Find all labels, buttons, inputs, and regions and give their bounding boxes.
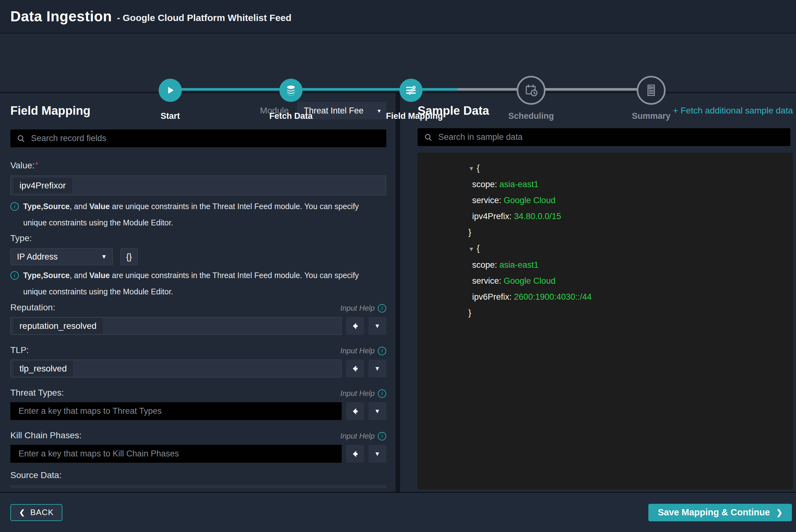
summary-document-icon bbox=[637, 76, 666, 105]
wizard-stepper: Start Fetch Data Field Ma bbox=[0, 34, 796, 93]
database-icon bbox=[279, 79, 303, 102]
type-field-label: Type: bbox=[10, 233, 386, 243]
json-property: service: Google Cloud bbox=[468, 192, 786, 208]
threat-types-placeholder: Enter a key that maps to Threat Types bbox=[19, 406, 162, 416]
tlp-dropdown-button[interactable]: ▼ bbox=[368, 360, 386, 377]
wizard-footer: ❮ BACK Save Mapping & Continue ❯ bbox=[0, 492, 796, 532]
sample-data-search[interactable] bbox=[418, 128, 790, 146]
source-data-field-label: Source Data: bbox=[10, 470, 386, 480]
collapse-triangle-icon[interactable]: ▼ bbox=[468, 241, 474, 257]
main-content: Field Mapping Module Threat Intel Fee ▾ … bbox=[0, 93, 796, 492]
sample-data-panel: Sample Data + Fetch additional sample da… bbox=[400, 93, 796, 492]
panel-divider bbox=[396, 93, 400, 492]
apply-left-arrow-button[interactable] bbox=[346, 445, 364, 463]
page-title: Data Ingestion bbox=[10, 8, 112, 25]
kill-chain-field-label: Kill Chain Phases: bbox=[10, 431, 81, 440]
step-fetch-data[interactable]: Fetch Data bbox=[266, 34, 316, 121]
field-mapping-panel: Field Mapping Module Threat Intel Fee ▾ … bbox=[0, 93, 396, 492]
threat-types-field-label: Threat Types: bbox=[10, 388, 64, 398]
calendar-clock-icon bbox=[517, 76, 546, 105]
threat-types-field[interactable]: Enter a key that maps to Threat Types bbox=[10, 402, 342, 420]
kill-chain-field[interactable]: Enter a key that maps to Kill Chain Phas… bbox=[10, 445, 342, 463]
step-label: Field Mapping bbox=[386, 111, 436, 121]
unique-constraints-note: i Type,Source, and Value are unique cons… bbox=[10, 198, 383, 231]
reputation-chip[interactable]: reputation_resolved bbox=[13, 318, 103, 334]
info-icon: i bbox=[378, 390, 386, 398]
tlp-field[interactable]: tlp_resolved bbox=[10, 360, 342, 377]
apply-left-arrow-button[interactable] bbox=[346, 317, 364, 335]
type-select[interactable]: IP Address ▼ bbox=[10, 248, 113, 265]
info-icon: i bbox=[10, 202, 19, 211]
record-fields-search[interactable] bbox=[10, 130, 386, 147]
json-close-brace: } bbox=[468, 225, 786, 241]
chevron-down-icon: ▼ bbox=[374, 323, 380, 329]
apply-left-arrow-button[interactable] bbox=[346, 360, 364, 377]
reputation-field[interactable]: reputation_resolved bbox=[10, 317, 342, 335]
search-sample-data-input[interactable] bbox=[438, 132, 784, 142]
step-start[interactable]: Start bbox=[145, 34, 195, 121]
step-label: Summary bbox=[626, 111, 676, 121]
arrow-left-icon bbox=[350, 406, 360, 416]
step-field-mapping[interactable]: Field Mapping bbox=[386, 34, 436, 121]
search-icon bbox=[424, 133, 433, 142]
type-json-button[interactable]: {} bbox=[120, 248, 138, 265]
input-help[interactable]: Input Helpi bbox=[340, 304, 386, 312]
step-label: Fetch Data bbox=[266, 111, 316, 121]
chevron-down-icon: ▼ bbox=[374, 365, 380, 372]
kill-chain-dropdown-button[interactable]: ▼ bbox=[368, 445, 386, 463]
save-mapping-continue-button[interactable]: Save Mapping & Continue ❯ bbox=[648, 504, 792, 521]
kill-chain-placeholder: Enter a key that maps to Kill Chain Phas… bbox=[19, 449, 179, 459]
chevron-right-icon: ❯ bbox=[776, 508, 782, 517]
reputation-dropdown-button[interactable]: ▼ bbox=[368, 317, 386, 335]
input-help[interactable]: Input Helpi bbox=[340, 389, 386, 398]
value-field-label: Value:* bbox=[10, 160, 38, 171]
unique-constraints-note: i Type,Source, and Value are unique cons… bbox=[10, 267, 383, 300]
arrow-left-icon bbox=[350, 321, 360, 331]
back-button[interactable]: ❮ BACK bbox=[10, 504, 62, 521]
reputation-field-label: Reputation: bbox=[10, 303, 55, 312]
json-node-toggle[interactable]: ▼{ bbox=[468, 160, 786, 176]
fetch-additional-sample-data-link[interactable]: + Fetch additional sample data bbox=[673, 106, 793, 116]
page-subtitle: - Google Cloud Platform Whitelist Feed bbox=[117, 10, 291, 23]
input-help[interactable]: Input Helpi bbox=[340, 346, 386, 355]
play-icon bbox=[159, 79, 182, 102]
info-icon: i bbox=[10, 271, 19, 280]
step-label: Scheduling bbox=[506, 111, 556, 121]
apply-left-arrow-button[interactable] bbox=[346, 402, 364, 420]
json-close-brace: } bbox=[468, 305, 786, 321]
json-property: ipv4Prefix: 34.80.0.0/15 bbox=[468, 208, 786, 225]
info-icon: i bbox=[378, 432, 386, 440]
step-label: Start bbox=[145, 111, 195, 121]
arrow-left-icon bbox=[350, 449, 360, 459]
tlp-field-label: TLP: bbox=[10, 345, 29, 355]
chevron-down-icon: ▼ bbox=[374, 408, 380, 415]
tlp-chip[interactable]: tlp_resolved bbox=[13, 361, 73, 377]
json-node-toggle[interactable]: ▼{ bbox=[468, 241, 786, 257]
data-ingestion-wizard: Data Ingestion - Google Cloud Platform W… bbox=[0, 0, 796, 532]
page-header: Data Ingestion - Google Cloud Platform W… bbox=[0, 0, 796, 34]
search-record-fields-input[interactable] bbox=[31, 134, 380, 143]
json-property: service: Google Cloud bbox=[468, 273, 786, 289]
sliders-icon bbox=[399, 79, 423, 102]
required-asterisk: * bbox=[35, 160, 38, 169]
threat-types-dropdown-button[interactable]: ▼ bbox=[368, 402, 386, 420]
chevron-down-icon: ▼ bbox=[374, 451, 380, 457]
json-property: ipv6Prefix: 2600:1900:4030::/44 bbox=[468, 289, 786, 305]
step-scheduling[interactable]: Scheduling bbox=[506, 34, 556, 121]
input-help[interactable]: Input Helpi bbox=[340, 432, 386, 440]
chevron-left-icon: ❮ bbox=[19, 509, 25, 517]
value-field[interactable]: ipv4Prefixor bbox=[10, 175, 386, 195]
arrow-left-icon bbox=[350, 364, 360, 373]
value-chip[interactable]: ipv4Prefixor bbox=[13, 178, 72, 193]
collapse-triangle-icon[interactable]: ▼ bbox=[468, 160, 474, 176]
json-property: scope: asia-east1 bbox=[468, 176, 786, 192]
search-icon bbox=[17, 134, 25, 143]
sample-data-viewer[interactable]: ▼{ scope: asia-east1 service: Google Clo… bbox=[418, 153, 793, 489]
chevron-down-icon: ▾ bbox=[377, 107, 381, 114]
field-mapping-title: Field Mapping bbox=[10, 104, 90, 117]
step-summary[interactable]: Summary bbox=[626, 34, 676, 121]
info-icon: i bbox=[378, 347, 386, 355]
chevron-down-icon: ▼ bbox=[101, 253, 107, 260]
type-selected-value: IP Address bbox=[17, 252, 58, 262]
source-data-field[interactable] bbox=[10, 485, 386, 488]
